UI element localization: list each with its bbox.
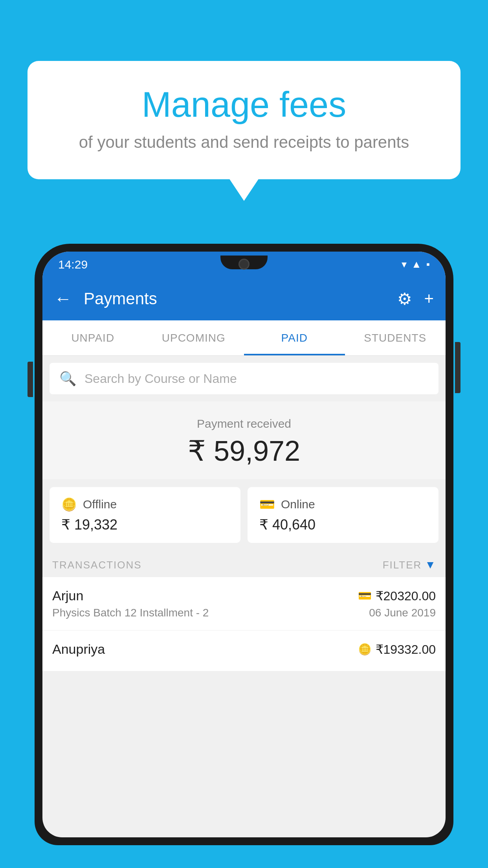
phone-button-right [455, 342, 460, 393]
search-input[interactable]: Search by Course or Name [84, 371, 237, 386]
tabs: UNPAID UPCOMING PAID STUDENTS [42, 320, 446, 356]
phone-outer: 14:29 ▾ ▲ ▪ ← Payments ⚙ + UNPAID UPCO [35, 244, 453, 845]
transaction-date: 06 June 2019 [369, 607, 436, 619]
transaction-top-row: Arjun 💳 ₹20320.00 [52, 588, 436, 603]
phone-screen: 14:29 ▾ ▲ ▪ ← Payments ⚙ + UNPAID UPCO [42, 252, 446, 837]
online-payment-card: 💳 Online ₹ 40,640 [248, 487, 438, 543]
offline-label: Offline [83, 498, 117, 511]
tab-paid[interactable]: PAID [244, 320, 345, 355]
transaction-item-arjun[interactable]: Arjun 💳 ₹20320.00 Physics Batch 12 Insta… [42, 577, 446, 631]
bubble-subtitle: of your students and send receipts to pa… [59, 133, 429, 152]
transaction-item-anupriya[interactable]: Anupriya 🪙 ₹19332.00 [42, 631, 446, 671]
settings-icon[interactable]: ⚙ [397, 289, 412, 309]
offline-icon: 🪙 [61, 497, 77, 512]
app-bar-actions: ⚙ + [397, 289, 434, 309]
battery-icon: ▪ [426, 258, 430, 270]
transaction-sub-row: Physics Batch 12 Installment - 2 06 June… [52, 607, 436, 619]
transaction-name-2: Anupriya [52, 642, 105, 657]
transaction-top-row-2: Anupriya 🪙 ₹19332.00 [52, 642, 436, 657]
app-bar: ← Payments ⚙ + [42, 277, 446, 320]
transaction-payment-icon-2: 🪙 [358, 643, 372, 656]
payment-received-label: Payment received [42, 417, 446, 430]
transactions-header: TRANSACTIONS FILTER ▼ [42, 551, 446, 577]
transaction-payment-icon: 💳 [358, 589, 372, 602]
signal-icon: ▲ [411, 258, 422, 270]
filter-label: FILTER [383, 559, 422, 571]
filter-icon: ▼ [425, 559, 436, 571]
phone-button-left [28, 362, 33, 397]
online-card-header: 💳 Online [259, 497, 427, 512]
add-icon[interactable]: + [424, 289, 434, 308]
phone-wrapper: 14:29 ▾ ▲ ▪ ← Payments ⚙ + UNPAID UPCO [35, 244, 453, 868]
transaction-amount-row: 💳 ₹20320.00 [358, 588, 436, 603]
tab-unpaid[interactable]: UNPAID [42, 320, 143, 355]
search-bar[interactable]: 🔍 Search by Course or Name [50, 363, 438, 394]
status-time: 14:29 [58, 258, 88, 271]
speech-bubble-container: Manage fees of your students and send re… [28, 61, 460, 179]
online-icon: 💳 [259, 497, 275, 512]
payment-received-section: Payment received ₹ 59,972 [42, 401, 446, 479]
filter-section[interactable]: FILTER ▼ [383, 559, 436, 571]
payment-cards: 🪙 Offline ₹ 19,332 💳 Online ₹ 40,640 [42, 479, 446, 551]
wifi-icon: ▾ [402, 258, 407, 270]
offline-payment-card: 🪙 Offline ₹ 19,332 [50, 487, 240, 543]
search-icon: 🔍 [59, 371, 77, 387]
transactions-label: TRANSACTIONS [52, 559, 142, 571]
payment-received-amount: ₹ 59,972 [42, 434, 446, 467]
phone-notch [220, 256, 268, 269]
tab-upcoming[interactable]: UPCOMING [143, 320, 244, 355]
speech-bubble: Manage fees of your students and send re… [28, 61, 460, 179]
transaction-course: Physics Batch 12 Installment - 2 [52, 607, 209, 619]
phone-camera [238, 259, 250, 270]
transaction-amount-2: ₹19332.00 [376, 642, 436, 657]
transaction-amount-row-2: 🪙 ₹19332.00 [358, 642, 436, 657]
app-bar-title: Payments [84, 289, 385, 308]
status-icons: ▾ ▲ ▪ [402, 258, 430, 270]
online-amount: ₹ 40,640 [259, 517, 427, 533]
tab-students[interactable]: STUDENTS [345, 320, 446, 355]
transaction-amount: ₹20320.00 [376, 588, 436, 603]
bubble-title: Manage fees [59, 85, 429, 125]
back-button[interactable]: ← [54, 289, 72, 309]
offline-amount: ₹ 19,332 [61, 517, 229, 533]
online-label: Online [281, 498, 315, 511]
offline-card-header: 🪙 Offline [61, 497, 229, 512]
transaction-name: Arjun [52, 588, 83, 603]
